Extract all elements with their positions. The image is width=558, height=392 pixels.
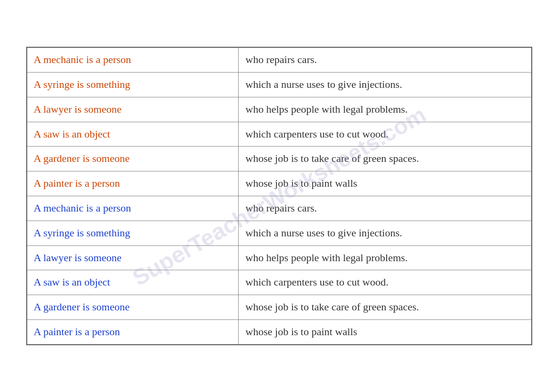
right-cell: whose job is to take care of green space… <box>239 147 532 171</box>
right-cell: whose job is to paint walls <box>239 319 532 344</box>
right-cell: which carpenters use to cut wood. <box>239 270 532 295</box>
table-row: A lawyer is someonewho helps people with… <box>27 245 532 270</box>
table-row: A painter is a personwhose job is to pai… <box>27 319 532 344</box>
table-row: A gardener is someonewhose job is to tak… <box>27 295 532 320</box>
left-cell: A gardener is someone <box>27 295 239 320</box>
left-cell: A lawyer is someone <box>27 97 239 122</box>
right-cell: who helps people with legal problems. <box>239 97 532 122</box>
right-cell: who helps people with legal problems. <box>239 245 532 270</box>
table-row: A gardener is someonewhose job is to tak… <box>27 147 532 171</box>
table-row: A painter is a personwhose job is to pai… <box>27 171 532 196</box>
right-cell: whose job is to take care of green space… <box>239 295 532 320</box>
left-cell: A painter is a person <box>27 171 239 196</box>
table-row: A mechanic is a personwho repairs cars. <box>27 47 532 72</box>
right-cell: which carpenters use to cut wood. <box>239 122 532 147</box>
table-row: A mechanic is a personwho repairs cars. <box>27 196 532 221</box>
right-cell: who repairs cars. <box>239 196 532 221</box>
left-cell: A saw is an object <box>27 122 239 147</box>
left-cell: A painter is a person <box>27 319 239 344</box>
left-cell: A gardener is someone <box>27 147 239 171</box>
right-cell: which a nurse uses to give injections. <box>239 221 532 245</box>
table-row: A syringe is somethingwhich a nurse uses… <box>27 221 532 245</box>
left-cell: A syringe is something <box>27 221 239 245</box>
table-row: A lawyer is someonewho helps people with… <box>27 97 532 122</box>
left-cell: A mechanic is a person <box>27 47 239 72</box>
left-cell: A saw is an object <box>27 270 239 295</box>
right-cell: which a nurse uses to give injections. <box>239 73 532 97</box>
table-row: A syringe is somethingwhich a nurse uses… <box>27 73 532 97</box>
right-cell: whose job is to paint walls <box>239 171 532 196</box>
table-row: A saw is an objectwhich carpenters use t… <box>27 122 532 147</box>
right-cell: who repairs cars. <box>239 47 532 72</box>
left-cell: A mechanic is a person <box>27 196 239 221</box>
page-wrapper: A mechanic is a personwho repairs cars.A… <box>17 32 542 360</box>
left-cell: A syringe is something <box>27 73 239 97</box>
left-cell: A lawyer is someone <box>27 245 239 270</box>
definitions-table: A mechanic is a personwho repairs cars.A… <box>26 47 532 345</box>
table-row: A saw is an objectwhich carpenters use t… <box>27 270 532 295</box>
